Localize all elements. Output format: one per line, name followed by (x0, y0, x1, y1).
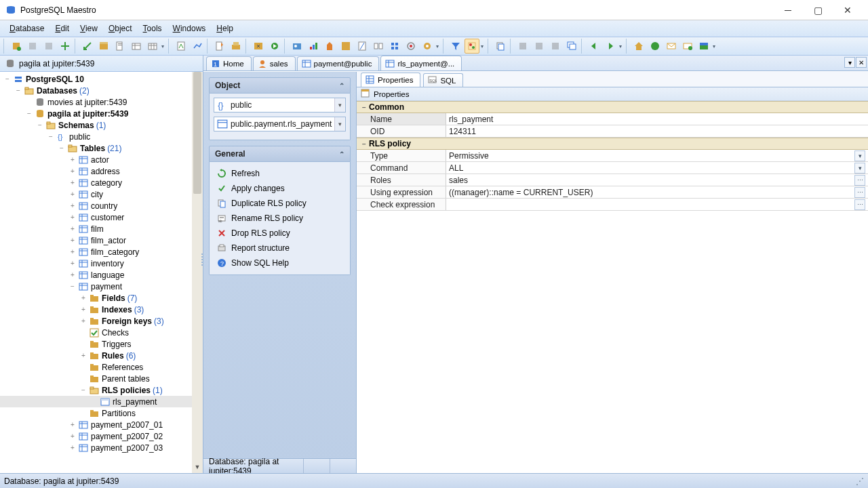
pg-cat-rls[interactable]: −RLS policy (357, 138, 868, 150)
tree-expander[interactable]: · (79, 329, 88, 336)
close-button[interactable]: ✕ (833, 0, 863, 20)
ellipsis-button[interactable]: ⋯ (854, 175, 865, 186)
tree-node-actor[interactable]: + actor (0, 154, 203, 165)
tree-node-language[interactable]: + language (0, 269, 203, 281)
toolbar-btn-12[interactable] (212, 39, 227, 54)
tree-expander[interactable]: · (90, 398, 99, 405)
toolbar-btn-5[interactable] (80, 39, 95, 54)
tree-node-payment-p2007-02[interactable]: + payment_p2007_02 (0, 430, 203, 442)
menu-tools[interactable]: Tools (138, 22, 167, 35)
toolbar-btn-2[interactable] (25, 39, 40, 54)
toolbar-more-3[interactable]: ▾ (481, 43, 486, 49)
toolbar-btn-23[interactable] (403, 39, 418, 54)
toolbar-filter[interactable] (448, 39, 463, 54)
tree-node-rls-payment[interactable]: · rls_payment (0, 396, 203, 407)
toolbar-back[interactable] (587, 39, 601, 54)
tab-payment[interactable]: payment@public (297, 56, 380, 70)
toolbar-more-1[interactable]: ▾ (161, 43, 166, 49)
tree-node-address[interactable]: + address (0, 165, 203, 177)
pg-row-type[interactable]: Type Permissive▾ (357, 150, 868, 162)
toolbar-highlight[interactable] (465, 39, 479, 54)
toolbar-btn-10[interactable] (174, 39, 189, 54)
tree-expander[interactable]: + (68, 444, 77, 451)
maximize-button[interactable]: ▢ (803, 0, 833, 20)
toolbar-forward[interactable] (603, 39, 618, 54)
toolbar-btn-21[interactable] (371, 39, 386, 54)
tab-close-button[interactable]: ✕ (856, 57, 867, 68)
tree-node-databases[interactable]: − Databases (2) (0, 85, 203, 96)
tree-node-pagila-at-jupiter-5439[interactable]: − pagila at jupiter:5439 (0, 108, 203, 119)
action-drop-rls-policy[interactable]: Drop RLS policy (214, 226, 346, 241)
menu-edit[interactable]: Edit (50, 22, 75, 35)
pg-using-value[interactable]: ((manager)::name = CURRENT_USER) (449, 188, 593, 197)
toolbar-btn-11[interactable] (190, 39, 205, 54)
toolbar-btn-4[interactable] (58, 39, 73, 54)
tree-node-film-actor[interactable]: + film_actor (0, 235, 203, 246)
toolbar-btn-15[interactable] (267, 39, 282, 54)
ellipsis-button[interactable]: ⋯ (854, 199, 865, 210)
tree-expander[interactable]: + (79, 317, 88, 325)
tree-node-film[interactable]: + film (0, 223, 203, 235)
tree-expander[interactable]: + (68, 248, 77, 256)
tree-expander[interactable]: − (14, 87, 23, 94)
tree-expander[interactable]: + (68, 167, 77, 175)
tree-node-film-category[interactable]: + film_category (0, 246, 203, 258)
menu-help[interactable]: Help (211, 22, 239, 35)
tree-node-indexes[interactable]: + Indexes (3) (0, 304, 203, 315)
toolbar-cascade[interactable] (564, 39, 579, 54)
toolbar-btn-24[interactable] (420, 39, 435, 54)
toolbar-btn-26[interactable] (532, 39, 547, 54)
tree-expander[interactable]: · (79, 340, 88, 348)
tree-node-postgresql-10[interactable]: − PostgreSQL 10 (0, 73, 203, 85)
pg-type-value[interactable]: Permissive (449, 151, 489, 161)
resize-grip[interactable]: ⋰ (856, 476, 864, 486)
action-refresh[interactable]: Refresh (214, 166, 346, 181)
tree-node-inventory[interactable]: + inventory (0, 258, 203, 269)
tree-expander[interactable]: − (46, 133, 56, 140)
tree-node-public[interactable]: − {} public (0, 131, 203, 142)
pg-row-name[interactable]: Name rls_payment (357, 113, 868, 125)
toolbar-btn-27[interactable] (548, 39, 563, 54)
tab-list-button[interactable]: ▾ (844, 57, 855, 68)
tree-expander[interactable]: + (68, 271, 77, 279)
action-show-sql-help[interactable]: ?Show SQL Help (214, 256, 346, 270)
panel-splitter[interactable] (200, 252, 203, 293)
pg-row-roles[interactable]: Roles sales⋯ (357, 174, 868, 186)
chevron-down-icon[interactable]: ▾ (334, 98, 345, 112)
menu-windows[interactable]: Windows (167, 22, 212, 35)
toolbar-home[interactable] (631, 39, 646, 54)
tree-expander[interactable]: − (35, 121, 45, 129)
toolbar-btn-18[interactable] (322, 39, 337, 54)
ellipsis-button[interactable]: ⋯ (854, 187, 865, 198)
toolbar-stack[interactable] (696, 39, 711, 54)
action-report-structure[interactable]: Report structure (214, 241, 346, 256)
pg-row-check[interactable]: Check expression ⋯ (357, 199, 868, 211)
tree-node-country[interactable]: + country (0, 200, 203, 211)
toolbar-btn-1[interactable] (9, 39, 24, 54)
tree-node-partitions[interactable]: · Partitions (0, 407, 203, 419)
object-combo[interactable]: public.payment.rls_payment ▾ (214, 117, 346, 131)
dropdown-button[interactable]: ▾ (854, 163, 865, 174)
toolbar-btn-3[interactable] (41, 39, 56, 54)
tree-node-category[interactable]: + category (0, 177, 203, 188)
tree-node-payment-p2007-01[interactable]: + payment_p2007_01 (0, 419, 203, 430)
collapse-icon[interactable]: ⌃ (339, 82, 344, 89)
toolbar-web[interactable] (648, 39, 663, 54)
tree-expander[interactable]: · (79, 363, 88, 371)
tree-node-customer[interactable]: + customer (0, 211, 203, 223)
subtab-properties[interactable]: Properties (361, 73, 420, 87)
toolbar-more-4[interactable]: ▾ (619, 43, 624, 49)
toolbar-btn-7[interactable] (113, 39, 127, 54)
tree-node-schemas[interactable]: − Schemas (1) (0, 119, 203, 131)
tree-expander[interactable]: + (68, 190, 77, 198)
menu-object[interactable]: Object (103, 22, 138, 35)
action-rename-rls-policy[interactable]: abRename RLS policy (214, 211, 346, 226)
tree-expander[interactable]: + (68, 202, 77, 209)
pg-cat-common[interactable]: −Common (357, 101, 868, 113)
toolbar-btn-22[interactable] (387, 39, 402, 54)
tree-expander[interactable]: + (68, 260, 77, 267)
menu-view[interactable]: View (75, 22, 103, 35)
tab-home[interactable]: 1 Home (206, 56, 252, 70)
tree-node-rules[interactable]: + Rules (6) (0, 350, 203, 361)
tree-expander[interactable]: − (3, 75, 12, 83)
